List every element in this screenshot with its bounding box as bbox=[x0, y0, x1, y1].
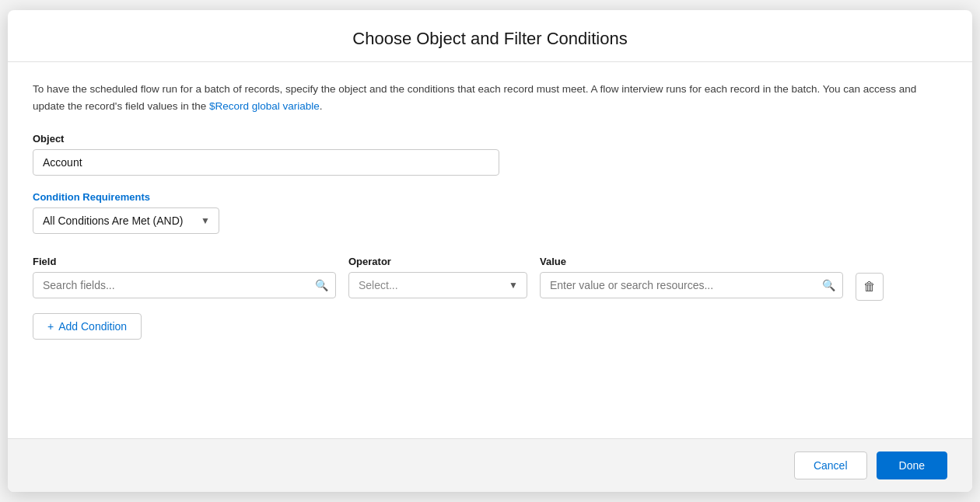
modal-body: To have the scheduled flow run for a bat… bbox=[8, 62, 972, 438]
value-label: Value bbox=[540, 256, 843, 267]
modal-header: Choose Object and Filter Conditions bbox=[8, 10, 972, 62]
add-condition-label: Add Condition bbox=[58, 320, 127, 333]
operator-label: Operator bbox=[348, 256, 527, 267]
object-field-group: Object bbox=[33, 133, 947, 176]
value-column: Value 🔍 bbox=[540, 256, 843, 298]
done-button[interactable]: Done bbox=[877, 451, 947, 479]
info-text-part1: To have the scheduled flow run for a bat… bbox=[33, 83, 916, 112]
modal-title: Choose Object and Filter Conditions bbox=[33, 29, 947, 49]
object-label: Object bbox=[33, 133, 947, 145]
condition-req-select[interactable]: All Conditions Are Met (AND) Any Conditi… bbox=[33, 207, 219, 234]
condition-row: Field 🔍 Operator Select... Equals Not Eq… bbox=[33, 256, 947, 301]
trash-icon: 🗑 bbox=[863, 280, 876, 294]
operator-select[interactable]: Select... Equals Not Equal To Contains S… bbox=[348, 272, 527, 298]
plus-icon: + bbox=[47, 320, 54, 333]
field-search-input[interactable] bbox=[33, 272, 336, 298]
field-search-wrapper: 🔍 bbox=[33, 272, 336, 298]
conditions-section: Field 🔍 Operator Select... Equals Not Eq… bbox=[33, 256, 947, 340]
modal-footer: Cancel Done bbox=[8, 438, 972, 492]
operator-select-wrapper: Select... Equals Not Equal To Contains S… bbox=[348, 272, 527, 298]
condition-req-label: Condition Requirements bbox=[33, 191, 947, 203]
condition-req-group: Condition Requirements All Conditions Ar… bbox=[33, 191, 947, 234]
object-input[interactable] bbox=[33, 149, 499, 176]
value-input-wrapper: 🔍 bbox=[540, 272, 843, 298]
condition-req-select-wrapper: All Conditions Are Met (AND) Any Conditi… bbox=[33, 207, 219, 234]
info-text: To have the scheduled flow run for a bat… bbox=[33, 81, 947, 114]
record-variable-link[interactable]: $Record global variable bbox=[209, 100, 320, 112]
info-text-part2: . bbox=[320, 100, 323, 112]
add-condition-button[interactable]: + Add Condition bbox=[33, 313, 142, 340]
field-label: Field bbox=[33, 256, 336, 267]
value-input[interactable] bbox=[540, 272, 843, 298]
cancel-button[interactable]: Cancel bbox=[794, 451, 867, 479]
delete-condition-button[interactable]: 🗑 bbox=[856, 273, 884, 301]
modal-container: Choose Object and Filter Conditions To h… bbox=[8, 10, 972, 492]
field-column: Field 🔍 bbox=[33, 256, 336, 298]
operator-column: Operator Select... Equals Not Equal To C… bbox=[348, 256, 527, 298]
